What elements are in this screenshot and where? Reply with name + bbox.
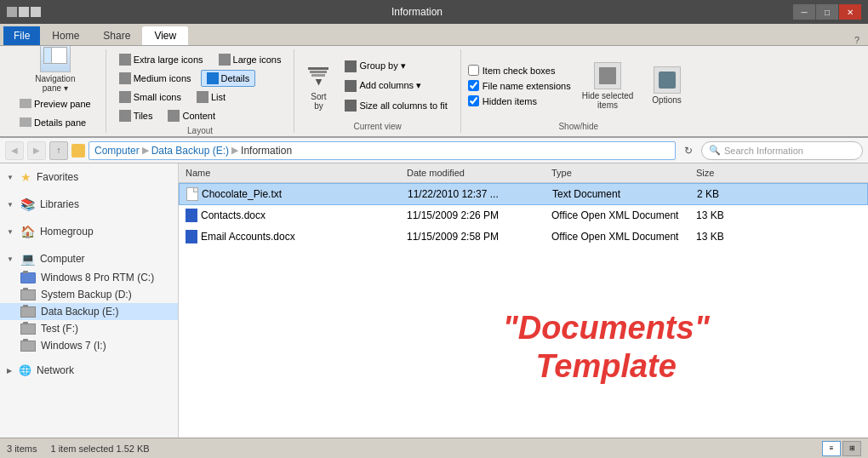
options-col: Options (644, 51, 688, 120)
tab-home[interactable]: Home (40, 26, 91, 45)
tab-file[interactable]: File (3, 26, 40, 45)
breadcrumb-computer[interactable]: Computer (94, 145, 140, 157)
extra-large-btn[interactable]: Extra large icons (113, 51, 209, 68)
group-by-btn[interactable]: Group by ▾ (339, 58, 453, 75)
computer-triangle (7, 255, 14, 263)
extra-large-icon (119, 54, 131, 66)
options-btn[interactable]: Options (644, 62, 688, 109)
details-pane-btn[interactable]: Details pane (14, 115, 97, 130)
col-type-header[interactable]: Type (545, 166, 689, 180)
file-size: 13 KB (689, 230, 868, 243)
file-type: Office Open XML Document (545, 230, 689, 243)
status-bar: 3 items 1 item selected 1.52 KB ≡ ⊞ (0, 438, 868, 458)
sort-by-btn[interactable]: Sort by (301, 51, 335, 120)
file-date: 11/22/2010 12:37 ... (401, 187, 545, 201)
help-icon[interactable]: ? (849, 35, 865, 45)
add-columns-btn[interactable]: Add columns ▾ (339, 77, 453, 94)
tiles-btn[interactable]: Tiles (113, 107, 159, 124)
sidebar-item-homegroup[interactable]: 🏠 Homegroup (0, 221, 178, 242)
drive-i-label: Windows 7 (I:) (41, 340, 106, 352)
details-view-status-btn[interactable]: ≡ (822, 441, 841, 456)
file-ext-row: File name extensions (468, 79, 571, 92)
network-triangle (7, 367, 12, 375)
file-name: Chocolate_Pie.txt (202, 188, 282, 200)
tab-view[interactable]: View (142, 26, 188, 45)
sidebar-item-drive-f[interactable]: Test (F:) (0, 320, 178, 337)
sidebar-item-network[interactable]: 🌐 Network (0, 361, 178, 380)
col-name-header[interactable]: Name (179, 166, 400, 180)
size-all-btn[interactable]: Size all columns to fit (339, 97, 453, 114)
col-size-header[interactable]: Size (689, 166, 868, 180)
drive-d-label: System Backup (D:) (41, 289, 132, 301)
details-view-btn[interactable]: Details (201, 70, 256, 87)
show-hide-content: Item check boxes File name extensions Hi… (468, 51, 689, 120)
file-name: Contacts.docx (201, 209, 266, 221)
table-row[interactable]: Contacts.docx 11/15/2009 2:26 PM Office … (179, 205, 868, 226)
sidebar-item-drive-c[interactable]: Windows 8 Pro RTM (C:) (0, 269, 178, 286)
sidebar-group-favorites: ★ Favorites (0, 163, 178, 191)
list-btn[interactable]: List (191, 89, 231, 106)
doc-file-icon (186, 230, 197, 243)
file-date: 11/15/2009 2:26 PM (400, 209, 545, 222)
details-icon (20, 117, 31, 127)
list-icon (197, 91, 208, 103)
large-icons-btn[interactable]: Large icons (213, 51, 288, 68)
file-name-cell: Chocolate_Pie.txt (180, 186, 401, 202)
minimize-button[interactable]: ─ (793, 4, 815, 20)
preview-pane-btn[interactable]: Preview pane (14, 96, 97, 112)
address-path[interactable]: Computer ▶ Data Backup (E:) ▶ Informatio… (89, 141, 676, 160)
homegroup-label: Homegroup (40, 226, 94, 238)
medium-icons-btn[interactable]: Medium icons (113, 70, 197, 87)
current-view-column: Group by ▾ Add columns ▾ Size all column… (339, 51, 453, 120)
breadcrumb-current: Information (241, 145, 292, 157)
sidebar-item-drive-e[interactable]: Data Backup (E:) (0, 303, 178, 320)
item-check-checkbox[interactable] (468, 65, 479, 76)
status-info: 3 items 1 item selected 1.52 KB (7, 444, 150, 454)
layout-label: Layout (113, 124, 288, 135)
small-icons-btn[interactable]: Small icons (113, 89, 187, 106)
file-ext-checkbox[interactable] (468, 80, 479, 91)
file-list: Chocolate_Pie.txt 11/22/2010 12:37 ... T… (179, 183, 868, 438)
drive-d-icon (20, 289, 36, 301)
breadcrumb-data-backup[interactable]: Data Backup (E:) (151, 145, 229, 157)
col-date-header[interactable]: Date modified (400, 166, 545, 180)
refresh-button[interactable]: ↻ (679, 141, 698, 160)
hidden-items-checkbox[interactable] (468, 95, 479, 106)
sidebar-group-network: 🌐 Network (0, 358, 178, 383)
nav-pane-icon (40, 46, 71, 72)
table-row[interactable]: Chocolate_Pie.txt 11/22/2010 12:37 ... T… (179, 183, 868, 205)
hide-selected-btn[interactable]: Hide selected items (574, 58, 642, 114)
sidebar-group-homegroup: 🏠 Homegroup (0, 218, 178, 245)
content-btn[interactable]: Content (162, 107, 221, 124)
drive-i-icon (20, 341, 36, 352)
large-view-status-btn[interactable]: ⊞ (842, 441, 861, 456)
items-count: 3 items (7, 444, 37, 454)
drive-f-icon (20, 323, 36, 335)
sidebar-item-computer[interactable]: 💻 Computer (0, 249, 178, 269)
content-icon (168, 110, 180, 122)
title-bar-left (7, 7, 41, 17)
status-view-controls: ≡ ⊞ (822, 441, 861, 456)
checkboxes-col: Item check boxes File name extensions Hi… (468, 51, 571, 120)
hidden-items-row: Hidden items (468, 94, 571, 107)
up-button[interactable]: ↑ (49, 141, 68, 160)
tab-share[interactable]: Share (91, 26, 142, 45)
title-bar-controls: ─ □ ✕ (793, 4, 861, 20)
sidebar-item-drive-d[interactable]: System Backup (D:) (0, 286, 178, 303)
file-date: 11/15/2009 2:58 PM (400, 230, 545, 243)
sidebar-item-drive-i[interactable]: Windows 7 (I:) (0, 337, 178, 354)
sidebar-item-libraries[interactable]: 📚 Libraries (0, 194, 178, 215)
maximize-button[interactable]: □ (816, 4, 838, 20)
search-box[interactable]: 🔍 Search Information (701, 141, 863, 160)
back-button[interactable]: ◀ (5, 141, 24, 160)
nav-pane-label[interactable]: Navigationpane ▾ (35, 74, 75, 93)
layout-row3: Small icons List (113, 89, 288, 106)
ribbon-section-layout: Extra large icons Large icons Medium ico… (106, 49, 295, 133)
forward-button[interactable]: ▶ (27, 141, 46, 160)
table-row[interactable]: Email Accounts.docx 11/15/2009 2:58 PM O… (179, 226, 868, 248)
medium-icon (119, 72, 131, 84)
file-name-cell: Email Accounts.docx (179, 229, 400, 244)
sidebar-item-favorites[interactable]: ★ Favorites (0, 167, 178, 187)
libraries-label: Libraries (40, 198, 79, 210)
close-button[interactable]: ✕ (839, 4, 861, 20)
